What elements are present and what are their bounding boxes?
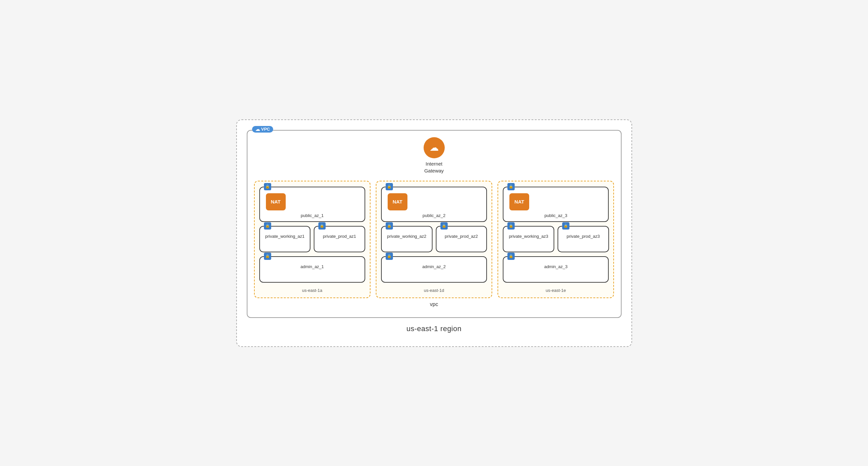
private-subnet-row-az1: 🔒 private_working_az1 🔒 private_prod_az1	[259, 226, 365, 252]
az-column-1: 🔒 NAT public_az_1 🔒 private_working_az1 …	[254, 181, 371, 298]
lock-icon-admin-az1: 🔒	[264, 253, 271, 260]
private-working-az2-label: private_working_az2	[386, 234, 428, 239]
private-working-az1: 🔒 private_working_az1	[259, 226, 311, 252]
region-label: us-east-1 region	[247, 324, 622, 333]
admin-subnet-az3-label: admin_az_3	[507, 264, 604, 269]
vpc-label: vpc	[254, 302, 614, 307]
az1-zone-label: us-east-1a	[259, 288, 365, 293]
az-columns: 🔒 NAT public_az_1 🔒 private_working_az1 …	[254, 181, 614, 298]
private-working-az1-label: private_working_az1	[264, 234, 306, 239]
lock-icon-public-az1: 🔒	[264, 183, 271, 190]
private-subnet-row-az2: 🔒 private_working_az2 🔒 private_prod_az2	[381, 226, 487, 252]
lock-icon-public-az2: 🔒	[386, 183, 393, 190]
admin-subnet-az2-label: admin_az_2	[386, 264, 482, 269]
lock-icon-pw-az1: 🔒	[264, 222, 271, 229]
public-subnet-az3: 🔒 NAT public_az_3	[503, 187, 609, 222]
nat-az3: NAT	[509, 193, 529, 210]
lock-icon-admin-az2: 🔒	[386, 253, 393, 260]
admin-subnet-az1-label: admin_az_1	[264, 264, 361, 269]
lock-icon-pp-az2: 🔒	[440, 222, 448, 229]
admin-subnet-az1: 🔒 admin_az_1	[259, 256, 365, 283]
az-column-3: 🔒 NAT public_az_3 🔒 private_working_az3 …	[497, 181, 614, 298]
private-prod-az2: 🔒 private_prod_az2	[436, 226, 487, 252]
lock-icon-admin-az3: 🔒	[507, 253, 515, 260]
public-subnet-az2: 🔒 NAT public_az_2	[381, 187, 487, 222]
igw-label: Internet Gateway	[424, 160, 444, 174]
nat-az2: NAT	[388, 193, 407, 210]
lock-icon-pw-az2: 🔒	[386, 222, 393, 229]
cloud-icon: ☁	[255, 127, 260, 132]
private-prod-az2-label: private_prod_az2	[440, 234, 483, 239]
nat-az1: NAT	[266, 193, 286, 210]
private-prod-az1-label: private_prod_az1	[318, 234, 361, 239]
private-prod-az1: 🔒 private_prod_az1	[314, 226, 365, 252]
vpc-badge: ☁ VPC	[252, 126, 274, 132]
private-prod-az3-label: private_prod_az3	[562, 234, 604, 239]
private-working-az3: 🔒 private_working_az3	[503, 226, 554, 252]
public-subnet-az1-label: public_az_1	[264, 213, 361, 218]
region-container: ☁ VPC ☁ Internet Gateway 🔒 NAT public_az…	[236, 119, 632, 347]
lock-icon-pp-az1: 🔒	[318, 222, 326, 229]
az-column-2: 🔒 NAT public_az_2 🔒 private_working_az2 …	[376, 181, 492, 298]
private-subnet-row-az3: 🔒 private_working_az3 🔒 private_prod_az3	[503, 226, 609, 252]
igw-icon: ☁	[424, 137, 445, 158]
private-working-az3-label: private_working_az3	[507, 234, 550, 239]
admin-subnet-az2: 🔒 admin_az_2	[381, 256, 487, 283]
private-prod-az3: 🔒 private_prod_az3	[558, 226, 609, 252]
public-subnet-az2-label: public_az_2	[386, 213, 482, 218]
igw-container: ☁ Internet Gateway	[254, 137, 614, 174]
vpc-container: ☁ VPC ☁ Internet Gateway 🔒 NAT public_az…	[247, 130, 622, 318]
lock-icon-public-az3: 🔒	[507, 183, 515, 190]
public-subnet-az1: 🔒 NAT public_az_1	[259, 187, 365, 222]
lock-icon-pw-az3: 🔒	[507, 222, 515, 229]
lock-icon-pp-az3: 🔒	[562, 222, 569, 229]
private-working-az2: 🔒 private_working_az2	[381, 226, 433, 252]
az2-zone-label: us-east-1d	[381, 288, 487, 293]
az3-zone-label: us-east-1e	[503, 288, 609, 293]
public-subnet-az3-label: public_az_3	[507, 213, 604, 218]
vpc-badge-label: VPC	[261, 127, 270, 132]
admin-subnet-az3: 🔒 admin_az_3	[503, 256, 609, 283]
